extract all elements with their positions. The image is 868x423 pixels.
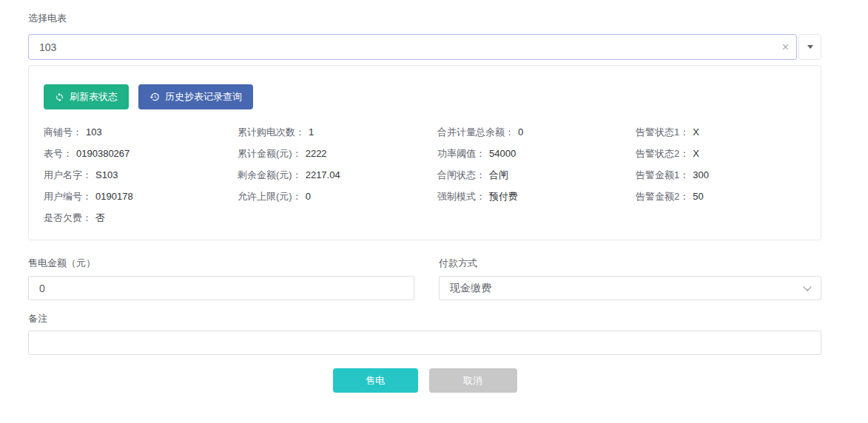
info-item-alarm-amount-1: 告警金额1： 300 <box>636 164 806 186</box>
clear-icon[interactable]: × <box>782 41 789 53</box>
info-item-merged-balance: 合并计量总余额： 0 <box>437 121 636 143</box>
sale-amount-input[interactable] <box>28 276 414 300</box>
payment-method-select[interactable]: 现金缴费 <box>439 276 821 300</box>
dropdown-toggle-button[interactable] <box>798 34 821 60</box>
info-column-4: 告警状态1： X 告警状态2： X 告警金额1： 300 告警金额2： 50 <box>636 121 806 229</box>
sale-amount-field: 售电金额（元） <box>28 258 414 300</box>
panel-buttons: 刷新表状态 历史抄表记录查询 <box>44 84 806 109</box>
caret-down-icon <box>807 45 813 49</box>
info-item-meter-number: 表号： 0190380267 <box>44 143 238 164</box>
info-item-switch-status: 合闸状态： 合闸 <box>437 164 636 186</box>
remark-label: 备注 <box>28 314 821 324</box>
payment-method-field: 付款方式 现金缴费 <box>439 258 821 300</box>
info-item-total-amount: 累计金额(元)： 2222 <box>238 143 437 164</box>
info-column-1: 商铺号： 103 表号： 0190380267 用户名字： S103 用户编号：… <box>44 121 238 229</box>
meter-combobox: × <box>28 34 821 60</box>
info-item-user-name: 用户名字： S103 <box>44 164 238 186</box>
info-item-purchase-count: 累计购电次数： 1 <box>238 121 437 143</box>
info-item-power-threshold: 功率阈值： 54000 <box>437 143 636 164</box>
meter-input[interactable] <box>28 34 797 60</box>
info-column-2: 累计购电次数： 1 累计金额(元)： 2222 剩余金额(元)： 2217.04… <box>238 121 437 229</box>
meter-info-panel: 刷新表状态 历史抄表记录查询 商铺号： 103 表号： 0190380267 用… <box>28 65 821 240</box>
info-column-3: 合并计量总余额： 0 功率阈值： 54000 合闸状态： 合闸 强制模式： 预付… <box>437 121 636 229</box>
footer-actions: 售电 取消 <box>28 368 821 393</box>
payment-method-label: 付款方式 <box>439 258 821 268</box>
remark-input[interactable] <box>28 331 821 355</box>
meter-info-grid: 商铺号： 103 表号： 0190380267 用户名字： S103 用户编号：… <box>44 121 806 229</box>
meter-select-label: 选择电表 <box>28 13 821 24</box>
sell-button[interactable]: 售电 <box>333 368 418 393</box>
payment-method-value: 现金缴费 <box>450 282 491 295</box>
info-item-user-code: 用户编号： 0190178 <box>44 186 238 207</box>
sale-form-row: 售电金额（元） 付款方式 现金缴费 <box>28 258 821 300</box>
refresh-icon <box>55 92 64 102</box>
refresh-meter-status-button[interactable]: 刷新表状态 <box>44 84 129 109</box>
cancel-button[interactable]: 取消 <box>429 368 517 393</box>
info-item-alarm-status-2: 告警状态2： X <box>636 143 806 164</box>
history-records-query-button[interactable]: 历史抄表记录查询 <box>138 84 253 109</box>
info-item-alarm-amount-2: 告警金额2： 50 <box>636 186 806 207</box>
chevron-down-icon <box>803 282 811 291</box>
info-item-arrears-status: 是否欠费： 否 <box>44 207 238 229</box>
sell-electricity-page: 选择电表 × 刷新表状态 历史抄表记录查询 商铺号： 103 <box>28 0 821 393</box>
info-item-force-mode: 强制模式： 预付费 <box>437 186 636 207</box>
history-icon <box>149 92 160 102</box>
info-item-remaining-amount: 剩余金额(元)： 2217.04 <box>238 164 437 186</box>
info-item-allowed-limit: 允许上限(元)： 0 <box>238 186 437 207</box>
info-item-shop-number: 商铺号： 103 <box>44 121 238 143</box>
info-item-alarm-status-1: 告警状态1： X <box>636 121 806 143</box>
meter-input-wrap: × <box>28 34 797 60</box>
refresh-button-label: 刷新表状态 <box>70 90 118 104</box>
sale-amount-label: 售电金额（元） <box>28 258 414 268</box>
history-button-label: 历史抄表记录查询 <box>165 90 242 104</box>
